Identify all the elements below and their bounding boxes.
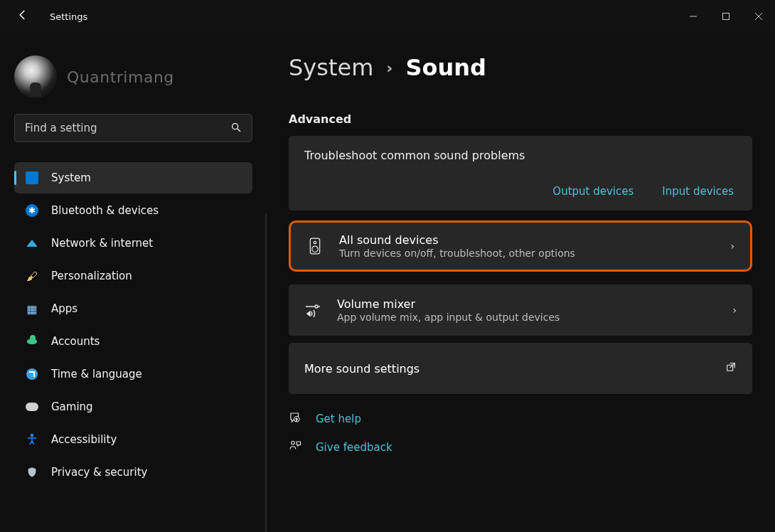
clock-icon <box>26 368 38 381</box>
titlebar: Settings <box>0 0 775 33</box>
give-feedback-link[interactable]: Give feedback <box>289 440 752 455</box>
sidebar-scrollbar[interactable] <box>265 213 267 532</box>
chevron-right-icon: › <box>732 304 737 316</box>
speaker-icon <box>306 238 324 255</box>
accessibility-icon <box>26 433 38 446</box>
sidebar-item-label: Apps <box>51 302 78 315</box>
main-content: System › Sound Advanced Troubleshoot com… <box>267 33 775 532</box>
link-label: Get help <box>316 413 361 425</box>
svg-point-2 <box>232 123 238 129</box>
output-devices-link[interactable]: Output devices <box>552 185 634 198</box>
help-icon: ? <box>289 411 303 427</box>
nav: System ✱ Bluetooth & devices Network & i… <box>14 162 267 488</box>
all-sound-devices-row[interactable]: All sound devices Turn devices on/off, t… <box>289 220 752 272</box>
help-links: ? Get help Give feedback <box>289 411 752 455</box>
sidebar-item-time[interactable]: Time & language <box>14 358 252 390</box>
minimize-button[interactable] <box>677 5 710 28</box>
get-help-link[interactable]: ? Get help <box>289 411 752 427</box>
chevron-right-icon: › <box>386 59 392 77</box>
sidebar-item-label: System <box>51 171 91 184</box>
sidebar-item-label: Personalization <box>51 270 132 282</box>
sidebar-item-personalization[interactable]: 🖌 Personalization <box>14 260 252 292</box>
sidebar-item-label: Bluetooth & devices <box>51 204 159 217</box>
svg-text:?: ? <box>296 417 298 422</box>
svg-rect-1 <box>723 14 729 20</box>
svg-point-6 <box>314 241 316 243</box>
app-title: Settings <box>50 11 87 22</box>
gamepad-icon <box>26 400 38 413</box>
window-controls <box>677 5 775 28</box>
sidebar-item-system[interactable]: System <box>14 162 252 193</box>
sidebar-item-apps[interactable]: ▦ Apps <box>14 293 252 324</box>
shield-icon <box>26 466 38 479</box>
close-button[interactable] <box>742 5 775 28</box>
svg-point-14 <box>292 441 295 445</box>
sidebar-item-accessibility[interactable]: Accessibility <box>14 424 252 455</box>
sidebar-item-label: Privacy & security <box>51 466 147 479</box>
feedback-icon <box>289 440 303 455</box>
breadcrumb-parent[interactable]: System <box>289 54 373 81</box>
sidebar-item-accounts[interactable]: Accounts <box>14 326 252 357</box>
bluetooth-icon: ✱ <box>26 204 38 217</box>
row-title: All sound devices <box>339 233 575 247</box>
row-title: More sound settings <box>304 362 419 376</box>
svg-point-4 <box>31 435 33 437</box>
search-icon <box>230 122 242 135</box>
maximize-button[interactable] <box>710 5 742 28</box>
sidebar-item-gaming[interactable]: Gaming <box>14 391 252 422</box>
svg-point-9 <box>315 305 318 308</box>
wifi-icon <box>26 237 38 250</box>
sidebar-item-privacy[interactable]: Privacy & security <box>14 457 252 488</box>
search-placeholder: Find a setting <box>25 122 230 134</box>
apps-icon: ▦ <box>26 302 38 315</box>
input-devices-link[interactable]: Input devices <box>662 185 734 198</box>
row-subtitle: App volume mix, app input & output devic… <box>337 312 560 323</box>
row-title: Volume mixer <box>337 297 560 311</box>
search-input[interactable]: Find a setting <box>14 114 252 142</box>
sidebar-item-label: Time & language <box>51 368 142 381</box>
avatar <box>14 55 57 98</box>
more-sound-settings-row[interactable]: More sound settings <box>289 343 752 394</box>
external-link-icon <box>725 361 737 376</box>
mixer-icon <box>304 302 321 319</box>
system-icon <box>26 171 38 184</box>
watermark-text: Quantrimang <box>67 68 174 86</box>
sidebar-item-label: Accounts <box>51 335 100 348</box>
section-header-advanced: Advanced <box>289 112 752 126</box>
volume-mixer-row[interactable]: Volume mixer App volume mix, app input &… <box>289 284 752 336</box>
sidebar: Quantrimang Find a setting System ✱ Blue… <box>0 33 267 532</box>
sidebar-item-network[interactable]: Network & internet <box>14 228 252 259</box>
profile-block[interactable]: Quantrimang <box>14 55 267 98</box>
troubleshoot-card: Troubleshoot common sound problems Outpu… <box>289 136 752 211</box>
troubleshoot-title: Troubleshoot common sound problems <box>304 149 737 162</box>
accounts-icon <box>26 335 38 348</box>
brush-icon: 🖌 <box>26 270 38 282</box>
sidebar-item-label: Network & internet <box>51 237 153 250</box>
svg-point-7 <box>312 246 318 252</box>
link-label: Give feedback <box>316 441 392 454</box>
breadcrumb: System › Sound <box>289 54 752 81</box>
breadcrumb-current: Sound <box>405 54 486 81</box>
sidebar-item-bluetooth[interactable]: ✱ Bluetooth & devices <box>14 195 252 226</box>
row-subtitle: Turn devices on/off, troubleshoot, other… <box>339 248 575 259</box>
sidebar-item-label: Accessibility <box>51 433 117 446</box>
back-button[interactable] <box>16 9 30 24</box>
chevron-right-icon: › <box>730 240 734 252</box>
svg-line-3 <box>237 129 240 132</box>
sidebar-item-label: Gaming <box>51 400 93 413</box>
